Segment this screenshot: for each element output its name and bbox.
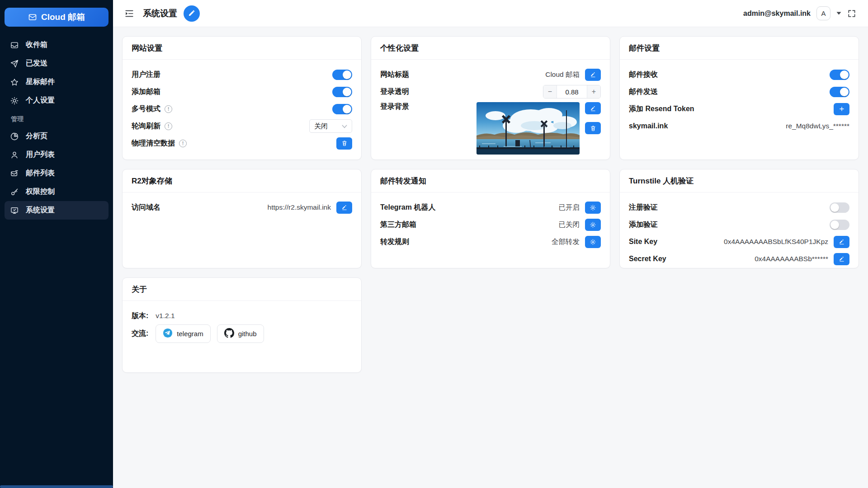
edit-r2-domain-button[interactable] <box>336 202 352 214</box>
third-party-mail-settings-button[interactable] <box>585 219 601 231</box>
info-icon[interactable]: ! <box>165 122 172 130</box>
card-personalization: 个性化设置 网站标题 Cloud 邮箱 <box>371 36 610 160</box>
forward-rule-settings-button[interactable] <box>585 236 601 248</box>
inbox-icon <box>10 41 19 50</box>
card-title: 邮件转发通知 <box>371 169 610 192</box>
main-column: 系统设置 admin@skymail.ink A <box>113 0 868 488</box>
delete-login-background-button[interactable] <box>585 122 601 134</box>
avatar[interactable]: A <box>816 6 830 20</box>
sidebar-item-label: 邮件列表 <box>26 169 55 178</box>
row-label: 网站标题 <box>380 70 409 80</box>
horizontal-scrollbar-thumb[interactable] <box>0 485 113 488</box>
monitor-check-icon <box>10 206 19 215</box>
sidebar-collapse-icon[interactable] <box>124 8 135 19</box>
sidebar-item-inbox[interactable]: 收件箱 <box>5 36 108 54</box>
multi-account-toggle[interactable] <box>332 104 352 114</box>
row-label: 登录透明 <box>380 87 409 97</box>
chevron-down-icon[interactable] <box>836 12 841 15</box>
edit-login-background-button[interactable] <box>585 102 601 114</box>
row-label: 访问域名 <box>132 203 160 212</box>
stepper-minus-button[interactable]: − <box>543 85 557 98</box>
sidebar-item-label: 星标邮件 <box>26 77 55 87</box>
setting-row-user-register: 用户注册 <box>132 66 352 83</box>
contact-label: 交流: <box>132 329 148 338</box>
mail-receive-toggle[interactable] <box>830 70 849 80</box>
stepper-plus-button[interactable]: + <box>587 85 600 98</box>
secret-key-masked-value: 0x4AAAAAAABSb****** <box>755 255 828 263</box>
topbar-right: admin@skymail.ink A <box>743 6 856 20</box>
github-link-label: github <box>238 330 257 338</box>
github-icon <box>224 328 234 339</box>
page-title: 系统设置 <box>143 8 177 19</box>
site-title-value: Cloud 邮箱 <box>545 70 580 80</box>
fullscreen-icon[interactable] <box>847 9 856 18</box>
add-mailbox-toggle[interactable] <box>332 87 352 97</box>
row-label: 添加邮箱 <box>132 87 160 97</box>
plus-icon <box>839 106 845 112</box>
user-register-toggle[interactable] <box>332 70 352 80</box>
telegram-icon <box>163 328 173 339</box>
card-title: Turnstile 人机验证 <box>620 169 859 192</box>
edit-title-button[interactable] <box>184 5 200 22</box>
row-label: skymail.ink <box>629 122 668 130</box>
info-icon[interactable]: ! <box>179 140 187 147</box>
setting-row-site-key: Site Key 0x4AAAAAAABSbLfKS40P1JKpz <box>629 233 849 250</box>
r2-domain-value: https://r2.skymail.ink <box>268 203 331 211</box>
github-link-button[interactable]: github <box>217 324 264 343</box>
pie-chart-icon <box>10 132 19 141</box>
add-verify-toggle[interactable] <box>830 220 849 230</box>
setting-row-mail-receive: 邮件接收 <box>629 66 849 83</box>
pencil-icon <box>188 9 196 18</box>
sidebar-item-mails[interactable]: 邮件列表 <box>5 164 108 183</box>
envelope-icon <box>28 13 37 22</box>
polling-select[interactable]: 关闭 <box>309 119 352 133</box>
sidebar-item-permissions[interactable]: 权限控制 <box>5 183 108 201</box>
app-logo-label: Cloud 邮箱 <box>41 11 85 23</box>
telegram-link-button[interactable]: telegram <box>156 324 210 343</box>
gear-icon <box>10 96 19 105</box>
edit-secret-key-button[interactable] <box>834 253 849 265</box>
edit-site-key-button[interactable] <box>834 236 849 248</box>
sidebar-item-label: 用户列表 <box>26 150 55 160</box>
telegram-bot-settings-button[interactable] <box>585 202 601 214</box>
login-background-actions <box>585 102 601 134</box>
edit-site-title-button[interactable] <box>585 69 601 81</box>
add-resend-token-button[interactable] <box>834 103 849 115</box>
setting-row-polling: 轮询刷新 ! 关闭 <box>132 117 352 135</box>
row-label: 邮件发送 <box>629 87 658 97</box>
sidebar-item-users[interactable]: 用户列表 <box>5 145 108 164</box>
avatar-letter: A <box>821 9 826 17</box>
mail-send-toggle[interactable] <box>830 87 849 97</box>
setting-row-third-party-mail: 第三方邮箱 已关闭 <box>380 216 601 233</box>
sidebar-item-label: 收件箱 <box>26 40 47 50</box>
app-logo-button[interactable]: Cloud 邮箱 <box>5 8 108 27</box>
setting-row-purge-data: 物理清空数据 ! <box>132 135 352 152</box>
gear-icon <box>590 239 596 245</box>
telegram-bot-status: 已开启 <box>559 203 580 212</box>
setting-row-login-opacity: 登录透明 − + <box>380 83 601 100</box>
login-opacity-input[interactable] <box>557 85 587 98</box>
card-site-settings: 网站设置 用户注册 添加邮箱 <box>122 36 362 160</box>
card-title: 个性化设置 <box>371 37 610 60</box>
sidebar-section-label: 管理 <box>5 110 108 127</box>
user-email: admin@skymail.ink <box>743 9 811 18</box>
row-label: 轮询刷新 <box>132 122 160 131</box>
card-turnstile: Turnstile 人机验证 注册验证 添加验证 <box>619 169 859 268</box>
row-label: 注册验证 <box>629 203 658 212</box>
sidebar-item-analytics[interactable]: 分析页 <box>5 127 108 145</box>
about-contact-row: 交流: telegram <box>132 324 352 343</box>
setting-row-site-title: 网站标题 Cloud 邮箱 <box>380 66 601 83</box>
sidebar-item-starred[interactable]: 星标邮件 <box>5 73 108 91</box>
register-verify-toggle[interactable] <box>830 202 849 213</box>
setting-row-resend-token: 添加 Resend Token <box>629 100 849 117</box>
card-title: 关于 <box>123 278 361 301</box>
info-icon[interactable]: ! <box>165 105 172 113</box>
sidebar-item-personal-settings[interactable]: 个人设置 <box>5 91 108 110</box>
row-label: 转发规则 <box>380 237 409 247</box>
purge-data-button[interactable] <box>336 137 352 150</box>
version-label: 版本: <box>132 311 148 321</box>
sidebar-item-system-settings[interactable]: 系统设置 <box>5 201 108 220</box>
sidebar-item-sent[interactable]: 已发送 <box>5 54 108 73</box>
chevron-down-icon <box>342 122 347 130</box>
row-label: 多号模式 <box>132 104 160 114</box>
